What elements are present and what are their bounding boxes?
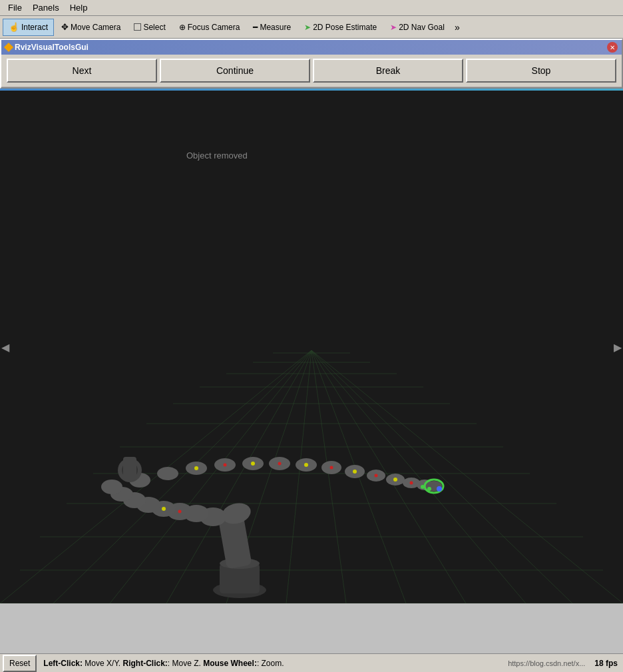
- next-button[interactable]: Next: [7, 59, 157, 83]
- focus-camera-icon: ⊕: [179, 23, 186, 32]
- status-wheel-label: Mouse Wheel:: [203, 659, 257, 668]
- toolbar-measure-button[interactable]: ━ Measure: [247, 19, 297, 36]
- svg-point-58: [393, 478, 397, 482]
- rviz-panel-header: RvizVisualToolsGui ✕: [1, 40, 622, 55]
- toolbar-focus-camera-button[interactable]: ⊕ Focus Camera: [173, 19, 246, 36]
- toolbar-2d-nav-button[interactable]: ➤ 2D Nav Goal: [384, 19, 451, 36]
- fps-counter: 18 fps: [589, 659, 623, 668]
- svg-point-64: [410, 482, 413, 485]
- svg-point-61: [278, 462, 282, 466]
- svg-point-66: [427, 487, 431, 491]
- panel-close-button[interactable]: ✕: [607, 42, 618, 53]
- continue-button[interactable]: Continue: [160, 59, 310, 83]
- status-text: Left-Click: Move X/Y. Right-Click:: Move…: [39, 659, 504, 668]
- svg-point-57: [353, 470, 357, 474]
- status-zoom: : Zoom.: [257, 659, 284, 668]
- svg-point-60: [224, 464, 227, 467]
- toolbar-2d-pose-label: 2D Pose Estimate: [313, 23, 377, 32]
- toolbar-select-label: Select: [143, 23, 165, 32]
- menu-file[interactable]: File: [3, 1, 27, 14]
- svg-point-59: [178, 510, 182, 513]
- viewport-right-arrow[interactable]: ▶: [612, 338, 623, 356]
- svg-point-55: [251, 462, 255, 466]
- select-icon: [134, 23, 141, 31]
- toolbar-2d-pose-button[interactable]: ➤ 2D Pose Estimate: [298, 19, 383, 36]
- reset-button[interactable]: Reset: [3, 655, 37, 672]
- status-bar: Reset Left-Click: Move X/Y. Right-Click:…: [0, 653, 623, 672]
- toolbar-move-camera-button[interactable]: ✥ Move Camera: [55, 19, 126, 36]
- object-removed-text: Object removed: [186, 151, 248, 161]
- toolbar-interact-button[interactable]: ☝ Interact: [3, 19, 54, 36]
- status-move-xy: Move X/Y.: [83, 659, 122, 668]
- arm-segments: [101, 457, 443, 526]
- svg-line-13: [53, 350, 312, 603]
- svg-point-53: [162, 507, 166, 511]
- cursor-icon: ☝: [9, 22, 19, 32]
- svg-line-21: [312, 350, 526, 603]
- svg-point-36: [101, 480, 122, 494]
- stop-button[interactable]: Stop: [466, 59, 616, 83]
- toolbar-select-button[interactable]: Select: [128, 19, 171, 36]
- move-camera-icon: ✥: [61, 22, 69, 32]
- menu-bar: File Panels Help: [0, 0, 623, 16]
- break-button[interactable]: Break: [313, 59, 463, 83]
- status-url: https://blog.csdn.net/x...: [504, 659, 589, 667]
- svg-point-52: [437, 486, 442, 492]
- toolbar-focus-camera-label: Focus Camera: [188, 23, 240, 32]
- status-right-click-label: Right-Click:: [123, 659, 168, 668]
- svg-point-38: [157, 467, 178, 480]
- rviz-panel: RvizVisualToolsGui ✕ Next Continue Break…: [0, 39, 623, 89]
- measure-icon: ━: [253, 23, 258, 32]
- svg-point-65: [421, 485, 425, 489]
- svg-point-54: [194, 466, 198, 470]
- status-left-click-label: Left-Click:: [43, 659, 83, 668]
- grid-canvas: [0, 91, 623, 603]
- pose-icon: ➤: [304, 23, 311, 32]
- toolbar-move-camera-label: Move Camera: [71, 23, 120, 32]
- svg-rect-69: [123, 457, 136, 480]
- panel-title-group: RvizVisualToolsGui: [5, 43, 89, 52]
- status-move-z: : Move Z.: [168, 659, 203, 668]
- svg-line-18: [312, 350, 346, 603]
- toolbar-2d-nav-label: 2D Nav Goal: [399, 23, 445, 32]
- svg-point-63: [375, 474, 378, 478]
- menu-help[interactable]: Help: [65, 1, 93, 14]
- panel-title: RvizVisualToolsGui: [15, 43, 89, 52]
- toolbar-more-button[interactable]: »: [452, 21, 463, 34]
- svg-point-62: [330, 466, 333, 470]
- control-buttons-row: Next Continue Break Stop: [1, 55, 622, 87]
- panel-diamond-icon: [4, 43, 13, 52]
- toolbar-interact-label: Interact: [21, 23, 48, 32]
- toolbar-measure-label: Measure: [260, 23, 291, 32]
- viewport-left-arrow[interactable]: ◀: [0, 338, 11, 356]
- svg-point-56: [304, 463, 308, 467]
- svg-line-12: [0, 350, 312, 603]
- toolbar: ☝ Interact ✥ Move Camera Select ⊕ Focus …: [0, 16, 623, 39]
- menu-panels[interactable]: Panels: [27, 1, 65, 14]
- nav-icon: ➤: [390, 23, 397, 32]
- 3d-viewport[interactable]: Object removed ◀ ▶: [0, 91, 623, 603]
